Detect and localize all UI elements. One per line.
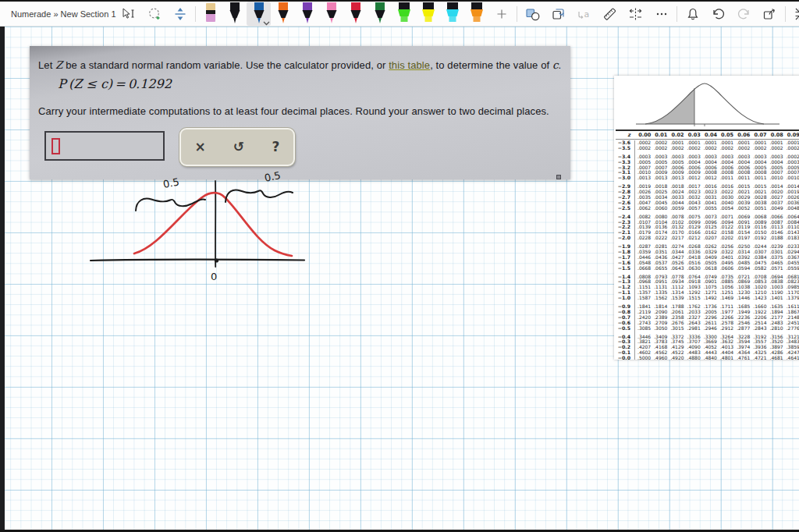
- ztable-cell: .0002: [733, 146, 750, 151]
- ztable-header-cell: 0.08: [767, 132, 783, 138]
- calc-reset-button[interactable]: ↺: [233, 140, 244, 154]
- svg-text:a: a: [584, 9, 590, 20]
- whiteboard-canvas[interactable]: Let Z be a standard normal random variab…: [0, 27, 799, 531]
- ztable-cell: .0054: [717, 206, 733, 211]
- cursor-text-icon: [121, 7, 136, 21]
- chevron-down-icon: [263, 21, 270, 26]
- ztable-cell: .0197: [733, 236, 750, 241]
- share-button[interactable]: [757, 2, 783, 26]
- adjust-spacing-button[interactable]: [623, 2, 648, 26]
- redo-button[interactable]: [731, 2, 757, 26]
- pen-orange-highlighter[interactable]: [464, 2, 488, 26]
- ztable-cell: .1423: [750, 296, 766, 301]
- collapse-view-button[interactable]: [788, 2, 799, 26]
- pen-red-pen[interactable]: [343, 2, 368, 26]
- ztable-cell: .0202: [717, 236, 733, 241]
- calc-clear-button[interactable]: ×: [195, 140, 206, 154]
- ztable-z-value: −0.5: [616, 326, 634, 332]
- ztable-z-value: −3.5: [616, 146, 634, 151]
- ztable-cell: .0618: [701, 266, 717, 271]
- ztable-cell: .0002: [767, 146, 783, 151]
- ztable-header-cell: 0.01: [651, 132, 667, 138]
- ztable-z-value: −3.0: [616, 176, 634, 181]
- ztable-body: −3.6.0002.0002.0001.0001.0001.0001.0001.…: [616, 140, 799, 360]
- answer-input[interactable]: [44, 131, 165, 161]
- ztable-cell: .0655: [651, 266, 667, 271]
- ztable-cell: .0002: [783, 146, 799, 151]
- notifications-button[interactable]: [680, 2, 705, 26]
- ztable-cell: .0062: [634, 206, 651, 211]
- ztable-cell: .0002: [750, 146, 766, 151]
- pen-orange-pen[interactable]: [271, 2, 295, 26]
- lasso-select-button[interactable]: [141, 2, 167, 26]
- ztable-cell: .0002: [651, 146, 667, 151]
- ztable-cell: .3015: [667, 326, 684, 332]
- ztable-header-cell: 0.00: [634, 132, 651, 138]
- canvas-left-edge: [0, 27, 5, 532]
- pen-cyan-highlighter[interactable]: [440, 2, 464, 26]
- pen-green-pen[interactable]: [368, 2, 392, 26]
- ztable-cell: .1469: [717, 296, 733, 301]
- select-tool-button[interactable]: [115, 2, 141, 26]
- ztable-cell: .0571: [767, 266, 783, 271]
- ztable-cell: .2912: [717, 326, 733, 332]
- toolbar: Numerade » New Section 1: [0, 2, 799, 27]
- ztable-cell: .0183: [783, 236, 799, 241]
- ztable-cell: .0011: [717, 176, 733, 181]
- ztable-cell: .0013: [634, 176, 651, 181]
- ztable-cell: .2981: [684, 326, 701, 332]
- ztable-cell: .0212: [684, 236, 701, 241]
- ztable-column-divider: [634, 140, 635, 360]
- ztable-header-cell: z: [616, 132, 634, 138]
- pen-eraser[interactable]: [198, 2, 222, 26]
- ztable-cell: .0012: [701, 176, 717, 181]
- ztable-cell: .1587: [634, 296, 651, 301]
- more-options-button[interactable]: [648, 2, 674, 26]
- shaded-left-tail: [645, 83, 764, 124]
- ztable-cell: .1539: [667, 296, 684, 301]
- ztable-cell: .0192: [750, 236, 766, 241]
- right-area-label: 0.5: [264, 169, 282, 184]
- ruler-button[interactable]: [597, 2, 623, 26]
- ink-to-text-button[interactable]: a: [571, 2, 597, 26]
- ztable-cell: .1401: [767, 296, 783, 301]
- ztable-cell: .0217: [667, 236, 684, 241]
- ztable-cell: .0048: [783, 206, 799, 211]
- ztable-cell: .0668: [634, 266, 651, 271]
- ztable-cell: .1562: [651, 296, 667, 301]
- origin-label: 0: [211, 271, 217, 282]
- ztable-row: −3.5.0002.0002.0002.0002.0002.0002.0002.…: [616, 146, 799, 151]
- ztable-cell: .0002: [634, 146, 651, 151]
- ztable-header-cell: 0.05: [717, 132, 733, 138]
- ztable-cell: .4840: [701, 356, 717, 360]
- ztable-cell: .0011: [750, 176, 766, 181]
- handdrawn-normal-curve[interactable]: 0.5 0.5 0: [83, 168, 314, 291]
- ztable-cell: .0643: [667, 266, 684, 271]
- ztable-cell: .2776: [783, 326, 799, 332]
- card-resize-handle[interactable]: [556, 175, 561, 179]
- duplicate-button[interactable]: [545, 2, 571, 26]
- calc-help-button[interactable]: ?: [272, 140, 280, 154]
- ztable-row: −2.0.0228.0222.0217.0212.0207.0202.0197.…: [616, 236, 799, 241]
- add-pen-button[interactable]: [488, 2, 514, 26]
- ztable-cell: .1515: [684, 296, 701, 301]
- ztable-cell: .4880: [684, 356, 701, 360]
- insert-space-button[interactable]: [167, 2, 193, 26]
- pen-green-highlighter[interactable]: [392, 2, 416, 26]
- pen-pink-pen[interactable]: [319, 2, 343, 26]
- pen-black-marker[interactable]: [222, 2, 247, 26]
- ztable-row: −1.0.1587.1562.1539.1515.1492.1469.1446.…: [616, 296, 799, 301]
- left-area-label: 0.5: [162, 176, 180, 190]
- undo-button[interactable]: [705, 2, 731, 26]
- problem-card[interactable]: Let Z be a standard normal random variab…: [30, 46, 570, 179]
- z-table[interactable]: z0.000.010.020.030.040.050.060.070.080.0…: [614, 76, 799, 360]
- breadcrumb[interactable]: Numerade » New Section 1: [0, 9, 115, 19]
- ztable-cell: .0002: [701, 146, 717, 151]
- ztable-cell: .5000: [634, 356, 651, 360]
- this-table-link[interactable]: this table: [389, 59, 430, 71]
- pen-yellow-highlighter[interactable]: [416, 2, 440, 26]
- pen-blue-pen[interactable]: [247, 2, 271, 26]
- shapes-button[interactable]: [520, 2, 545, 26]
- sketch-right-brace: [225, 190, 293, 202]
- pen-purple-pen[interactable]: [295, 2, 319, 26]
